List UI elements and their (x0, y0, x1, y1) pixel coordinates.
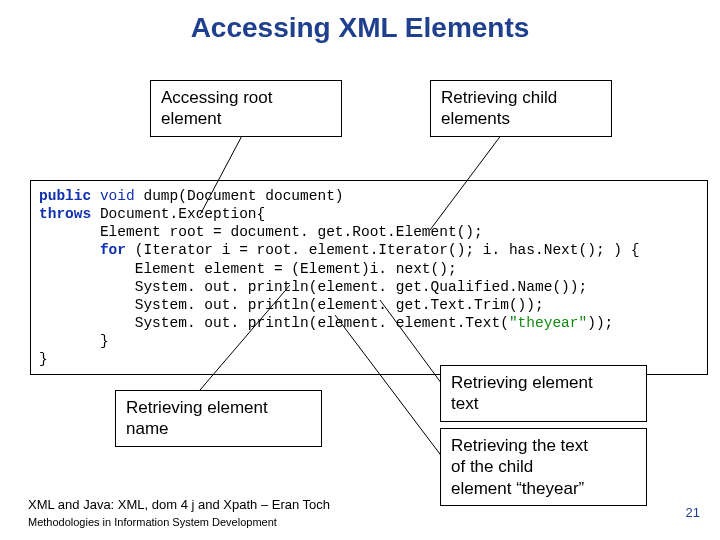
callout-line: of the child (451, 457, 533, 476)
code-text: System. out. println(element. element.Te… (39, 315, 509, 331)
slide-title: Accessing XML Elements (0, 12, 720, 44)
code-text: } (39, 351, 48, 367)
footer-main: XML and Java: XML, dom 4 j and Xpath – E… (28, 497, 330, 512)
callout-line: Retrieving element (126, 398, 268, 417)
callout-line: text (451, 394, 478, 413)
keyword-void: void (100, 188, 135, 204)
page-number: 21 (686, 505, 700, 520)
string-literal: "theyear" (509, 315, 587, 331)
code-text: (Iterator i = root. element.Iterator(); … (126, 242, 639, 258)
callout-line: element (161, 109, 221, 128)
keyword-for: for (100, 242, 126, 258)
footer-sub: Methodologies in Information System Deve… (28, 516, 277, 528)
code-text: System. out. println(element. get.Text.T… (39, 297, 544, 313)
callout-retrieving-text: Retrieving element text (440, 365, 647, 422)
keyword-public: public (39, 188, 91, 204)
callout-line: Accessing root (161, 88, 273, 107)
code-text: } (39, 333, 109, 349)
callout-retrieving-name: Retrieving element name (115, 390, 322, 447)
code-text: dump(Document document) (135, 188, 344, 204)
code-text: Element element = (Element)i. next(); (39, 261, 457, 277)
callout-line: Retrieving child (441, 88, 557, 107)
callout-line: elements (441, 109, 510, 128)
code-text: Document.Exception{ (91, 206, 265, 222)
callout-accessing-root: Accessing root element (150, 80, 342, 137)
code-text: Element root = document. get.Root.Elemen… (39, 224, 483, 240)
code-text: )); (587, 315, 613, 331)
code-text (39, 242, 100, 258)
callout-retrieving-child: Retrieving child elements (430, 80, 612, 137)
code-text: System. out. println(element. get.Qualif… (39, 279, 587, 295)
callout-line: Retrieving element (451, 373, 593, 392)
callout-line: Retrieving the text (451, 436, 588, 455)
keyword-throws: throws (39, 206, 91, 222)
code-block: public void dump(Document document) thro… (30, 180, 708, 375)
callout-retrieving-theyear: Retrieving the text of the child element… (440, 428, 647, 506)
callout-line: name (126, 419, 169, 438)
callout-line: element “theyear” (451, 479, 584, 498)
